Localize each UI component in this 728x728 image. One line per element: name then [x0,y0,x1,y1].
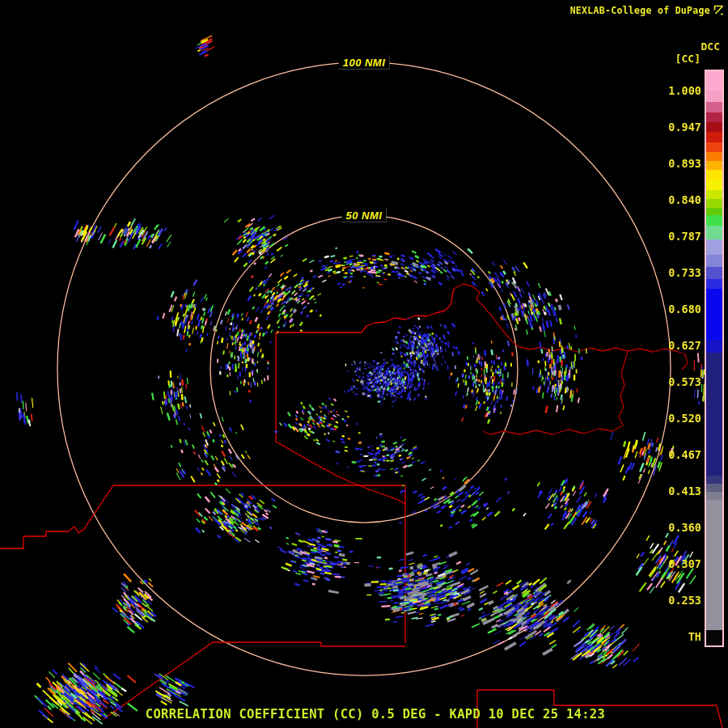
colorbar-segment [706,492,722,500]
colorbar-tick-label: 0.573 [645,375,701,389]
colorbar-segment [706,180,722,190]
colorbar-segment [706,500,722,630]
colorbar-segment [706,161,722,170]
colorbar-segment [706,476,722,484]
colorbar-segment [706,255,722,267]
colorbar-segment [706,353,722,476]
colorbar-segment [706,289,722,340]
colorbar-tick-label: 0.360 [645,520,701,535]
colorbar-units-label: [CC] [675,53,700,65]
colorbar-segment [706,199,722,208]
radar-canvas [0,0,728,728]
colorbar-tick-label: 0.787 [645,229,701,243]
colorbar [705,70,724,647]
colorbar-segment [706,112,722,122]
colorbar-tick-label: 0.680 [645,302,701,316]
colorbar-tick-label: 1.000 [645,83,701,98]
colorbar-product-label: DCC [701,40,720,53]
colorbar-segment [706,208,722,215]
status-bar-text: CORRELATION COEFFICIENT (CC) 0.5 DEG - K… [146,707,605,722]
colorbar-segment [706,484,722,492]
colorbar-segment [706,267,722,279]
colorbar-segment [706,630,722,645]
colorbar-tick-label: 0.947 [645,120,701,134]
page-title-text: NEXLAB-College of DuPage [570,5,710,16]
range-ring-label-100nmi: 100 NMI [339,56,390,70]
colorbar-tick-label: 0.893 [645,156,701,171]
status-bar: CORRELATION COEFFICIENT (CC) 0.5 DEG - K… [0,707,728,722]
colorbar-tick-label: 0.627 [645,338,701,353]
colorbar-tick-label: TH [645,629,701,644]
colorbar-tick-label: 0.413 [645,484,701,498]
colorbar-tick-label: 0.253 [645,593,701,607]
colorbar-segment [706,122,722,132]
cod-logo-icon [713,4,725,16]
radar-display: NEXLAB-College of DuPage 100 NMI 50 NMI … [0,0,728,728]
colorbar-tick-label: 0.733 [645,265,701,280]
colorbar-segment [706,190,722,199]
colorbar-segment [706,91,722,102]
colorbar-tick-label: 0.840 [645,193,701,207]
colorbar-segment [706,142,722,152]
colorbar-tick-label: 0.307 [645,557,701,571]
colorbar-tick-label: 0.520 [645,411,701,425]
colorbar-segment [706,71,722,91]
colorbar-segment [706,215,722,226]
colorbar-segment [706,279,722,289]
colorbar-segment [706,170,722,180]
colorbar-segment [706,239,722,255]
range-ring-label-50nmi: 50 NMI [342,209,387,222]
colorbar-segment [706,102,722,112]
colorbar-segment [706,152,722,161]
colorbar-segment [706,132,722,142]
colorbar-segment [706,226,722,239]
colorbar-segment [706,340,722,353]
colorbar-tick-label: 0.467 [645,447,701,462]
page-title: NEXLAB-College of DuPage [570,5,710,16]
